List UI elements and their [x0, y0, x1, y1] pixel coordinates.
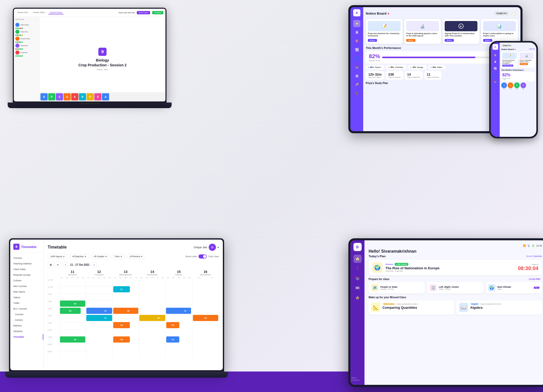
live-class-card[interactable]: 🌍 Science LIVE CLASS The Rise of Nationa… — [369, 260, 542, 275]
block-thu-m5-3[interactable]: M5 — [152, 315, 165, 321]
present-button[interactable]: Present — [152, 11, 163, 14]
notice-card-3[interactable]: ▶ Signup Priya for a masterclass with VV… — [443, 19, 479, 44]
nav-teaching[interactable]: Teaching Material — [10, 261, 43, 266]
nav-reqgroups[interactable]: Requiste Groups — [10, 272, 43, 278]
student-row-3[interactable]: Prateek Saha — [15, 36, 38, 42]
block-wed-pb-4[interactable]: PB — [113, 336, 130, 343]
tablet-nav-account[interactable]: 👤 — [353, 55, 360, 62]
notice-board-title: Notice Board ● — [366, 12, 389, 15]
list-view-icon[interactable]: ≡ — [55, 262, 61, 268]
nav-blc-courses[interactable]: Courses — [10, 312, 43, 317]
notice-card-4[interactable]: 📊 Priya's subscription is going to expir… — [481, 19, 518, 44]
student-row-1[interactable]: Aadit Nayak — [15, 22, 38, 28]
nav-tmbs[interactable]: TMBs — [10, 300, 43, 306]
block-mon-b8-5[interactable]: B8 — [65, 336, 85, 343]
tt-chevron[interactable]: ▾ — [217, 246, 219, 249]
phone-nav-2[interactable]: 📋 — [493, 59, 498, 65]
stat-topics: 238 Topics Learned — [386, 71, 403, 80]
tab-student-details[interactable]: Student Details — [48, 11, 64, 14]
phone-nav-1[interactable]: 🏠 — [493, 52, 498, 58]
filter-layout[interactable]: HSR layout ▾ — [48, 254, 67, 259]
phone-notice-btn-2[interactable]: View study — [520, 63, 528, 65]
prev-week-arrow[interactable]: ‹ — [63, 262, 68, 267]
tablet-nav-logout[interactable]: 🚪 — [353, 90, 360, 97]
stat-videos: 14 Videos Watched — [405, 71, 423, 80]
notice-card-2[interactable]: 🔬 Priya is attending physics class in th… — [404, 19, 441, 44]
class-timer-countdown: Starts in 08:30:04 — [518, 264, 538, 271]
nav-cohorts[interactable]: Cohorts — [10, 278, 43, 283]
filter-rooms[interactable]: All Rooms ▾ — [127, 254, 145, 259]
nav-centers[interactable]: Centers — [10, 317, 43, 323]
notice-btn-2[interactable]: Button — [406, 39, 415, 42]
nav-students[interactable]: Students — [10, 328, 43, 334]
nav-videos[interactable]: Videos — [10, 295, 43, 300]
makeup-card-2[interactable]: 📖 English Class Conducted on Dec 3 Algeb… — [456, 300, 542, 315]
t2-nav-extra[interactable]: ⭐ — [353, 294, 362, 302]
phone-grade[interactable]: Grade 9 ▾ — [501, 44, 512, 47]
t2-nav-doubt[interactable]: ❓ — [353, 264, 362, 273]
t2-nav-home[interactable]: 🏠 — [353, 255, 362, 263]
student-row-2[interactable]: Aditya Roy — [15, 29, 38, 35]
block-wed-cc[interactable]: CC — [113, 286, 130, 292]
student-row-5[interactable]: Lavish Ag. — [15, 50, 38, 55]
phone-notice-1[interactable]: 📝 Priya has finished her chemistry homew… — [501, 51, 518, 68]
phone-nav-4[interactable]: 👤 — [493, 72, 498, 78]
tablet-nav-studyplan[interactable]: 📚 — [353, 64, 360, 71]
block-fri-c8-4[interactable]: C8 — [179, 308, 191, 314]
block-tue-c8-3[interactable]: C8 — [99, 308, 112, 314]
tablet-nav-studytime[interactable]: ⏱️ — [353, 72, 360, 79]
nav-classnotes[interactable]: Class Notes — [10, 266, 43, 272]
tablet-nav-progress[interactable]: 🔑 — [353, 81, 360, 88]
laptop-notch — [79, 102, 100, 104]
block-tue-c9-3[interactable]: C9 — [99, 315, 112, 321]
block-sat-pb[interactable]: PB — [193, 315, 218, 321]
block-mon-b8-2[interactable]: B8 — [65, 301, 85, 307]
tab-session-slides[interactable]: Session Slides — [32, 11, 46, 14]
t2-nav-mybyjus[interactable]: 📖 — [353, 284, 362, 292]
block-mon-b8-3[interactable]: B8 — [60, 308, 81, 314]
tablet-nav-home[interactable]: 🏠 — [353, 20, 360, 27]
filter-grades[interactable]: All Grades ▾ — [91, 254, 110, 259]
notice-btn-3[interactable]: Button — [445, 39, 454, 42]
filter-batches[interactable]: All Batches ▾ — [69, 254, 89, 259]
student-row-4[interactable]: Ananya Ku. — [15, 43, 38, 48]
block-wed-pb-3[interactable]: PB — [113, 322, 130, 328]
nav-timetable[interactable]: Timetable — [10, 334, 43, 340]
tablet-nav-notice[interactable]: 📋 — [353, 29, 360, 36]
t2-nav-study[interactable]: 📚 — [353, 274, 362, 282]
phone-view-all[interactable]: View all — [529, 48, 535, 50]
phone-nav-5[interactable]: 📚 — [493, 79, 498, 85]
nav-batches[interactable]: Batches — [10, 323, 43, 328]
phone-notice-2[interactable]: 🔬 Priya is attending physics class. View… — [519, 51, 535, 68]
tt-view-icons: ⊞ ≡ — [48, 262, 61, 268]
nav-rawtopics[interactable]: Raw Topics — [10, 289, 43, 295]
view-switch[interactable] — [199, 254, 207, 259]
block-wed-pb-2[interactable]: PB — [118, 308, 139, 314]
makeup-card-1[interactable]: 📐 Mathematics Class Conducted on Dec 3 C… — [369, 300, 454, 315]
go-calendar-link[interactable]: Go to Calendar — [526, 255, 542, 257]
grid-view-icon[interactable]: ⊞ — [48, 262, 54, 268]
phone-nav-3[interactable]: 📈 — [493, 66, 498, 71]
end-class-button[interactable]: End Class — [137, 11, 150, 14]
notice-btn-1[interactable]: Button — [368, 39, 377, 42]
prep-card-3[interactable]: 🌍 New Climate Video New — [486, 282, 542, 293]
filter-tutor[interactable]: Tutor ▾ — [112, 254, 125, 259]
tt-page-title: Timetable — [48, 245, 67, 250]
nav-courses[interactable]: Courses — [10, 255, 43, 261]
day-sat: 16 SATURDAY — [192, 270, 219, 276]
tab-session-plan[interactable]: Session Plan — [16, 11, 29, 14]
notice-card-1[interactable]: 📝 Priya has finished her chemistry homew… — [366, 19, 403, 44]
grade-selector[interactable]: Grade 9 ▾ — [494, 11, 509, 15]
block-fri-c8-5[interactable]: C8 — [166, 336, 179, 343]
block-fri-pb[interactable]: PB — [166, 322, 179, 328]
tablet-nav-performance[interactable]: 📈 — [353, 46, 360, 53]
nav-neo[interactable]: Neo Courses — [10, 283, 43, 289]
nav-blc[interactable]: BLC Courses — [10, 306, 43, 312]
notice-text-2: Priya is attending physics class in the … — [406, 32, 439, 37]
phone-subj-4: 87 Bio — [520, 82, 526, 90]
next-week-arrow[interactable]: › — [92, 262, 97, 267]
tablet-nav-support[interactable]: 🎯 — [353, 37, 360, 45]
prep-card-2[interactable]: ⚖️ Left, Right, Centre Video · 19 min — [427, 282, 483, 293]
prep-card-1[interactable]: 🗺️ People vs State Journey · 23 min — [369, 282, 425, 293]
phone-notice-btn-1[interactable]: View study plan — [502, 65, 513, 67]
